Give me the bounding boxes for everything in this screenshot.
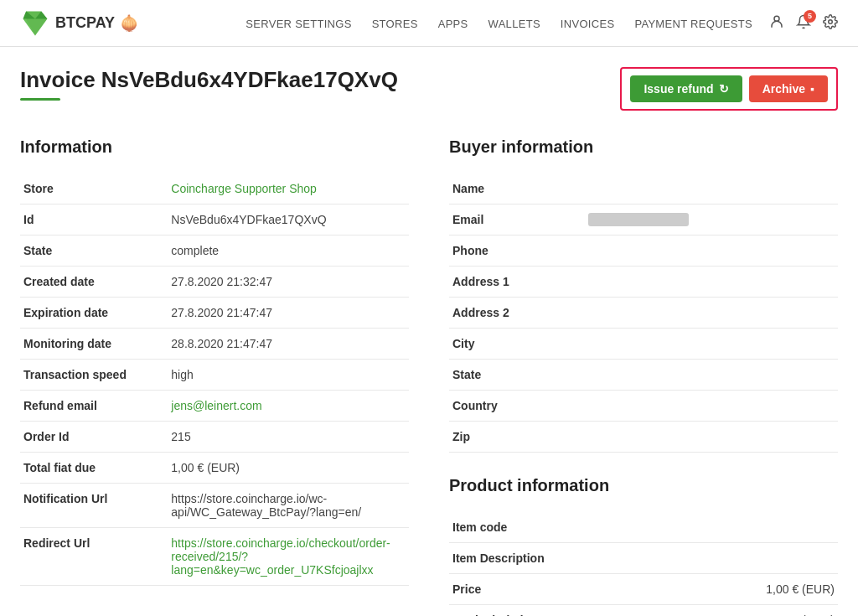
buyer-value — [585, 267, 838, 298]
buyer-row: Name — [449, 173, 838, 204]
buyer-label: City — [449, 329, 585, 360]
product-section: Product information Item codeItem Descri… — [449, 476, 838, 616]
buyer-value — [585, 391, 838, 422]
issue-refund-button[interactable]: Issue refund ↻ — [630, 75, 742, 102]
info-label: Refund email — [20, 391, 168, 422]
buyer-row: State — [449, 360, 838, 391]
info-value[interactable]: jens@leinert.com — [168, 391, 409, 422]
info-value: 28.8.2020 21:47:47 — [168, 329, 409, 360]
product-label: Item Description — [449, 543, 624, 574]
info-value: 215 — [168, 422, 409, 453]
product-label: Item code — [449, 512, 624, 543]
buyer-value — [585, 329, 838, 360]
buyer-row: Emailhidden@email.com — [449, 204, 838, 236]
btcpay-logo-icon — [20, 8, 50, 39]
info-label: Redirect Url — [20, 528, 168, 586]
buyer-row: Address 2 — [449, 298, 838, 329]
info-link[interactable]: https://store.coincharge.io/checkout/ord… — [171, 536, 390, 577]
settings-icon-button[interactable] — [823, 14, 838, 33]
product-row: Item Description — [449, 543, 838, 574]
issue-refund-label: Issue refund — [644, 82, 713, 96]
info-label: Total fiat due — [20, 453, 168, 484]
info-row: Monitoring date28.8.2020 21:47:47 — [20, 329, 409, 360]
archive-label: Archive — [762, 82, 805, 96]
info-link[interactable]: Coincharge Supporter Shop — [171, 182, 317, 195]
info-row: Statecomplete — [20, 236, 409, 267]
nav-stores[interactable]: STORES — [372, 17, 418, 30]
page-title-block: Invoice NsVeBdu6x4YDFkae17QXvQ — [20, 67, 398, 101]
notifications-button[interactable]: 5 — [796, 14, 811, 33]
info-label: State — [20, 236, 168, 267]
nav-wallets[interactable]: WALLETS — [488, 17, 540, 30]
nav-payment-requests[interactable]: PAYMENT REQUESTS — [634, 17, 752, 30]
buyer-label: Name — [449, 173, 585, 204]
product-value — [624, 512, 838, 543]
nav-apps[interactable]: APPS — [438, 17, 468, 30]
info-row: Transaction speedhigh — [20, 360, 409, 391]
buyer-row: Country — [449, 391, 838, 422]
info-value: 27.8.2020 21:47:47 — [168, 298, 409, 329]
info-row: Notification Urlhttps://store.coincharge… — [20, 484, 409, 528]
page-container: Invoice NsVeBdu6x4YDFkae17QXvQ Issue ref… — [0, 47, 858, 616]
product-row: Tax included0,00 € (EUR) — [449, 605, 838, 617]
buyer-value — [585, 173, 838, 204]
header-actions: Issue refund ↻ Archive ▪ — [620, 67, 838, 111]
info-row: Expiration date27.8.2020 21:47:47 — [20, 298, 409, 329]
info-row: Created date27.8.2020 21:32:47 — [20, 267, 409, 298]
svg-point-5 — [829, 19, 833, 23]
info-label: Store — [20, 173, 168, 204]
buyer-label: Zip — [449, 422, 585, 453]
info-value: NsVeBdu6x4YDFkae17QXvQ — [168, 204, 409, 236]
archive-button[interactable]: Archive ▪ — [749, 75, 828, 102]
nav-server-settings[interactable]: SERVER SETTINGS — [246, 17, 351, 30]
product-value — [624, 543, 838, 574]
notification-badge: 5 — [804, 10, 816, 23]
info-label: Id — [20, 204, 168, 236]
info-value: complete — [168, 236, 409, 267]
info-value[interactable]: Coincharge Supporter Shop — [168, 173, 409, 204]
buyer-row: City — [449, 329, 838, 360]
info-label: Transaction speed — [20, 360, 168, 391]
svg-point-4 — [774, 16, 779, 21]
brand-name: BTCPAY — [55, 14, 115, 32]
archive-icon: ▪ — [810, 82, 814, 96]
info-label: Expiration date — [20, 298, 168, 329]
brand: BTCPAY 🧅 — [20, 8, 138, 39]
right-column: Buyer information NameEmailhidden@email.… — [449, 137, 838, 616]
content-grid: Information StoreCoincharge Supporter Sh… — [20, 137, 838, 616]
info-row: Refund emailjens@leinert.com — [20, 391, 409, 422]
buyer-label: Email — [449, 204, 585, 236]
info-row: Total fiat due1,00 € (EUR) — [20, 453, 409, 484]
info-value[interactable]: https://store.coincharge.io/checkout/ord… — [168, 528, 409, 586]
info-label: Order Id — [20, 422, 168, 453]
nav-invoices[interactable]: INVOICES — [561, 17, 615, 30]
product-table: Item codeItem DescriptionPrice1,00 € (EU… — [449, 512, 838, 616]
info-label: Created date — [20, 267, 168, 298]
page-title: Invoice NsVeBdu6x4YDFkae17QXvQ — [20, 67, 398, 93]
info-value: high — [168, 360, 409, 391]
buyer-table: NameEmailhidden@email.comPhoneAddress 1A… — [449, 173, 838, 453]
refresh-icon: ↻ — [719, 82, 729, 96]
information-table: StoreCoincharge Supporter ShopIdNsVeBdu6… — [20, 173, 409, 586]
user-icon-button[interactable] — [769, 14, 784, 33]
product-value: 0,00 € (EUR) — [624, 605, 838, 617]
left-column: Information StoreCoincharge Supporter Sh… — [20, 137, 409, 616]
buyer-row: Phone — [449, 236, 838, 267]
buyer-title: Buyer information — [449, 137, 838, 157]
info-value: 27.8.2020 21:32:47 — [168, 267, 409, 298]
info-label: Monitoring date — [20, 329, 168, 360]
info-row: StoreCoincharge Supporter Shop — [20, 173, 409, 204]
buyer-value — [585, 236, 838, 267]
info-link[interactable]: jens@leinert.com — [171, 399, 261, 412]
nav-links: SERVER SETTINGS STORES APPS WALLETS INVO… — [246, 17, 752, 30]
buyer-value — [585, 422, 838, 453]
buyer-label: State — [449, 360, 585, 391]
product-label: Tax included — [449, 605, 624, 617]
title-underline — [20, 98, 60, 101]
buyer-row: Address 1 — [449, 267, 838, 298]
info-row: Order Id215 — [20, 422, 409, 453]
buyer-label: Phone — [449, 236, 585, 267]
info-value: https://store.coincharge.io/wc-api/WC_Ga… — [168, 484, 409, 528]
buyer-label: Address 1 — [449, 267, 585, 298]
tor-icon: 🧅 — [120, 14, 138, 33]
